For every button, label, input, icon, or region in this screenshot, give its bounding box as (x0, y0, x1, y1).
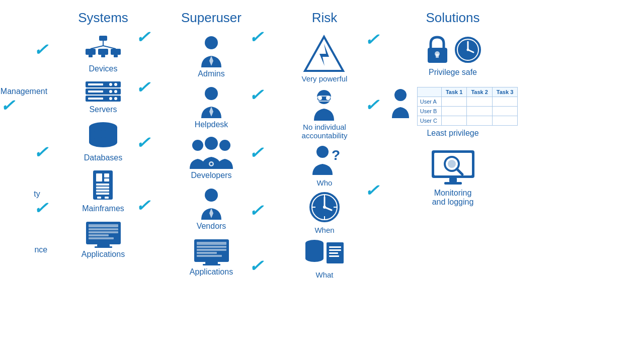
table-cell-user-a: User A (417, 97, 441, 107)
check-sup-applications: ✓ (249, 256, 264, 276)
solutions-title: Solutions (426, 10, 480, 26)
svg-rect-41 (89, 234, 109, 236)
privilege-table: Task 1 Task 2 Task 3 User A User B (417, 87, 518, 126)
check-developers: ✓ (249, 143, 264, 162)
systems-mainframes: Mainframes (82, 169, 124, 213)
superuser-admins: Admins (196, 35, 226, 78)
check-servers: ✓ (135, 78, 150, 97)
check-left-4: ✓ (33, 199, 48, 218)
svg-rect-104 (444, 182, 462, 185)
check-risk-2: ✓ (364, 96, 379, 115)
admins-label: Admins (198, 69, 224, 78)
svg-marker-65 (319, 44, 329, 66)
table-cell-b2 (467, 107, 492, 116)
solutions-least-privilege: Task 1 Task 2 Task 3 User A User B (388, 87, 518, 138)
risk-what: What (303, 238, 346, 279)
svg-point-69 (326, 96, 330, 100)
page: ✓ Management ✓ ✓ ty ✓ nce (0, 0, 644, 362)
risk-title: Risk (312, 10, 338, 26)
svg-point-96 (467, 49, 469, 51)
table-cell-c3 (492, 116, 517, 126)
svg-rect-60 (197, 252, 217, 254)
risk-very-powerful: Very powerful (302, 35, 348, 83)
servers-icon (83, 80, 123, 103)
superuser-vendors: Vendors (196, 187, 226, 231)
table-row: User A (417, 97, 518, 107)
svg-point-11 (114, 83, 117, 86)
svg-line-3 (103, 46, 116, 49)
mainframes-label: Mainframes (82, 204, 124, 213)
lightning-icon (303, 35, 346, 72)
svg-rect-36 (105, 197, 109, 199)
check-left-1: ✓ (33, 40, 48, 59)
servers-label: Servers (89, 105, 117, 114)
svg-rect-21 (88, 98, 103, 100)
svg-rect-28 (96, 173, 102, 182)
check-left-3: ✓ (33, 143, 48, 162)
check-databases: ✓ (135, 133, 150, 152)
svg-rect-5 (98, 49, 108, 55)
svg-rect-6 (111, 49, 121, 55)
svg-point-15 (114, 90, 117, 93)
svg-point-49 (192, 140, 203, 151)
svg-rect-85 (329, 246, 341, 248)
svg-rect-62 (205, 262, 218, 264)
svg-rect-91 (436, 54, 439, 58)
superuser-applications: Applications (190, 238, 233, 277)
check-vendors: ✓ (249, 201, 264, 220)
svg-text:?: ? (332, 147, 340, 163)
monitoring-label: Monitoringand logging (432, 189, 474, 207)
mainframes-icon (89, 169, 117, 202)
svg-rect-88 (329, 255, 339, 257)
svg-point-47 (205, 87, 218, 100)
vendors-label: Vendors (197, 222, 226, 231)
svg-rect-39 (89, 228, 118, 230)
check-left-2: ✓ (0, 96, 15, 115)
superuser-helpdesk: Helpdesk (195, 85, 228, 129)
svg-point-83 (305, 255, 324, 262)
what-label: What (315, 270, 333, 279)
risk-who: ? Who (308, 144, 341, 187)
table-header-empty (417, 87, 441, 97)
systems-devices: Devices (83, 35, 123, 73)
check-devices: ✓ (135, 28, 150, 47)
lock-icon (424, 35, 451, 65)
check-risk-1: ✓ (364, 30, 379, 49)
col-risk: Risk Very powerful ✓ No individualaccoun… (267, 0, 382, 362)
table-header-task1: Task 1 (441, 87, 466, 97)
svg-point-97 (394, 89, 407, 101)
admins-icon (196, 35, 226, 67)
sup-applications-label: Applications (190, 267, 233, 277)
table-cell-user-c: User C (417, 116, 441, 126)
col-superuser: Superuser Admins ✓ Helpdesk ✓ (156, 0, 267, 362)
svg-rect-59 (197, 249, 226, 251)
col-systems: Systems Devices ✓ (50, 0, 156, 362)
person-table-icon (388, 87, 413, 120)
svg-rect-13 (88, 83, 103, 85)
svg-point-45 (205, 36, 218, 49)
svg-rect-17 (88, 90, 103, 93)
svg-rect-87 (329, 252, 338, 254)
table-cell-c2 (467, 116, 492, 126)
svg-rect-43 (97, 244, 110, 246)
col-solutions: Solutions Privilege safe (382, 0, 523, 362)
developers-icon (189, 136, 234, 169)
check-risk-3: ✓ (364, 181, 379, 200)
table-cell-a3 (492, 97, 517, 107)
least-privilege-label: Least privilege (427, 129, 478, 138)
systems-applications: Applications (82, 220, 125, 259)
clock-icon (308, 191, 341, 224)
sys-applications-icon (85, 220, 122, 248)
svg-rect-34 (96, 193, 109, 195)
vendors-icon (196, 187, 226, 220)
partial-items: ✓ Management ✓ ✓ ty ✓ nce (1, 10, 50, 254)
svg-point-68 (318, 96, 322, 100)
svg-rect-0 (99, 36, 107, 41)
svg-rect-42 (89, 237, 114, 239)
col-left-partial: ✓ Management ✓ ✓ ty ✓ nce (0, 0, 50, 362)
svg-rect-7 (89, 55, 93, 57)
svg-rect-35 (97, 197, 101, 199)
svg-rect-58 (197, 246, 226, 248)
svg-rect-8 (101, 55, 105, 57)
svg-point-50 (219, 140, 230, 151)
